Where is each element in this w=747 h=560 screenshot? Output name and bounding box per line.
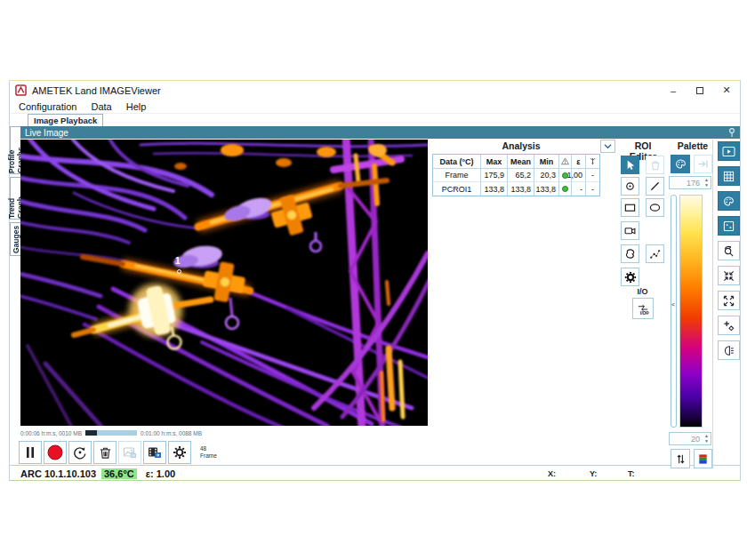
menu-data[interactable]: Data xyxy=(84,101,118,112)
view-points-button[interactable] xyxy=(718,216,740,236)
progress-fill xyxy=(85,430,97,436)
tab-row: Image Playback xyxy=(10,114,740,126)
io-button[interactable]: I/O xyxy=(632,298,654,319)
pin-icon[interactable] xyxy=(727,127,737,138)
menu-help[interactable]: Help xyxy=(119,101,154,112)
analysis-table: Data (°C) Max Mean Min ε Frame 175,9 65,… xyxy=(432,154,600,196)
minimize-button[interactable]: – xyxy=(660,81,687,100)
view-palette-button[interactable] xyxy=(718,191,740,211)
thermocouple-column-icon xyxy=(586,155,599,169)
roi-max: 133,8 xyxy=(481,182,508,196)
roi-name: PCROI1 xyxy=(433,182,481,196)
palette-max-spinner[interactable]: ▲▼ xyxy=(703,177,711,188)
tab-image-playback[interactable]: Image Playback xyxy=(28,114,103,126)
roi-polyline-tool[interactable] xyxy=(646,244,664,263)
maximize-icon xyxy=(696,87,703,94)
palette-slider-track[interactable] xyxy=(671,195,677,428)
analysis-header-row: Data (°C) Max Mean Min ε xyxy=(433,155,599,169)
total-label: 0:01:00 h:m:s, 0088 MB xyxy=(141,430,202,436)
cursor-x-label: X: xyxy=(548,469,556,478)
palette-auto-button[interactable] xyxy=(671,155,690,173)
roi-marker-dot xyxy=(177,269,181,274)
frame-counter: 48 Frame xyxy=(200,445,217,460)
app-logo-icon xyxy=(15,84,27,96)
roi-ellipse-tool[interactable] xyxy=(646,198,664,217)
gear-icon xyxy=(173,445,187,460)
pointer-icon xyxy=(624,159,636,171)
roi-emissivity: - xyxy=(572,182,586,196)
alarm-status-dot xyxy=(559,182,572,196)
roi-pointer-button[interactable] xyxy=(621,156,639,174)
loop-button[interactable] xyxy=(68,441,92,464)
roi-rectangle-tool[interactable] xyxy=(621,198,639,217)
illumination-button[interactable] xyxy=(718,340,740,360)
palette-icon xyxy=(723,196,735,207)
record-settings-button[interactable] xyxy=(168,441,191,464)
menu-configuration[interactable]: Configuration xyxy=(10,101,84,112)
record-icon xyxy=(47,444,63,460)
col-data: Data (°C) xyxy=(433,155,481,169)
roi-freeform-tool[interactable] xyxy=(621,244,639,263)
cursor-y-label: Y: xyxy=(590,469,597,478)
emissivity-readout: ε: 1.00 xyxy=(146,468,175,479)
rgb-bands-icon xyxy=(697,453,709,465)
close-button[interactable]: ✕ xyxy=(713,81,740,100)
analysis-panel-title: Analysis xyxy=(494,140,548,151)
alarm-column-icon xyxy=(559,155,572,169)
col-mean: Mean xyxy=(508,155,534,169)
live-image-title: Live Image xyxy=(25,128,68,138)
add-marker-button[interactable] xyxy=(718,316,740,335)
temperature-readout: 36,6°C xyxy=(101,468,137,479)
expand-arrows-icon xyxy=(723,295,735,307)
roi-point-tool[interactable] xyxy=(621,177,639,196)
palette-min-spinner[interactable]: ▲▼ xyxy=(703,433,711,444)
analysis-collapse-button[interactable] xyxy=(600,140,615,153)
palette-rotate-icon xyxy=(675,158,687,170)
side-tab-gauges[interactable]: Gauges xyxy=(10,222,20,256)
snapshot-icon xyxy=(123,445,137,460)
delete-recording-button[interactable] xyxy=(93,441,116,464)
palette-invert-button[interactable] xyxy=(671,449,690,468)
zoom-reset-button[interactable] xyxy=(718,241,740,260)
view-video-button[interactable] xyxy=(718,141,740,161)
dice-frame-icon xyxy=(723,220,735,232)
roi-emissivity: 1,00 xyxy=(572,169,586,182)
palette-gradient[interactable] xyxy=(679,195,703,428)
title-bar: AMETEK Land IMAGEViewer – ✕ xyxy=(10,81,740,100)
palette-slider-cursor[interactable]: < xyxy=(671,301,675,308)
add-point-icon xyxy=(723,320,735,332)
roi-camera-tool[interactable] xyxy=(621,221,639,240)
status-bar: ARC 10.1.10.103 36,6°C ε: 1.00 X: Y: T: xyxy=(10,465,740,481)
analysis-row-frame[interactable]: Frame 175,9 65,2 20,3 1,00 - xyxy=(433,169,599,182)
export-video-button[interactable] xyxy=(143,441,166,464)
roi-line-tool[interactable] xyxy=(646,177,664,196)
snapshot-button xyxy=(118,441,141,464)
window-title: AMETEK Land IMAGEViewer xyxy=(32,85,161,96)
film-export-icon xyxy=(148,445,162,460)
device-address: ARC 10.1.10.103 xyxy=(20,468,96,479)
roi-min: 20,3 xyxy=(534,169,559,182)
progress-bar[interactable] xyxy=(85,430,137,436)
analysis-row-pcroi1[interactable]: PCROI1 133,8 133,8 133,8 - - xyxy=(433,182,599,196)
expand-view-button[interactable] xyxy=(718,291,740,310)
palette-select-button[interactable] xyxy=(694,449,712,468)
sort-arrows-icon xyxy=(675,453,687,465)
app-window: AMETEK Land IMAGEViewer – ✕ Configuratio… xyxy=(9,80,741,481)
collapse-view-button[interactable] xyxy=(718,266,740,285)
polyline-roi-icon xyxy=(649,248,661,260)
chevron-down-icon xyxy=(603,142,613,150)
pause-button[interactable] xyxy=(19,441,42,464)
maximize-button[interactable] xyxy=(687,81,713,100)
side-tab-trend-graph[interactable]: Trend Graph xyxy=(10,177,20,220)
gear-icon xyxy=(624,271,637,284)
palette-apply-button xyxy=(694,155,712,173)
record-button[interactable] xyxy=(44,441,67,464)
roi-tc: - xyxy=(586,182,599,196)
side-tab-strip: Profile Graphs Trend Graph Gauges xyxy=(10,126,20,259)
roi-settings-button[interactable] xyxy=(621,268,639,286)
zoom-rotate-icon xyxy=(723,245,735,257)
side-tab-profile-graphs[interactable]: Profile Graphs xyxy=(10,126,20,174)
view-grid-button[interactable] xyxy=(718,166,740,186)
thermal-image[interactable]: 1 xyxy=(20,140,428,426)
roi-mean: 133,8 xyxy=(508,182,534,196)
